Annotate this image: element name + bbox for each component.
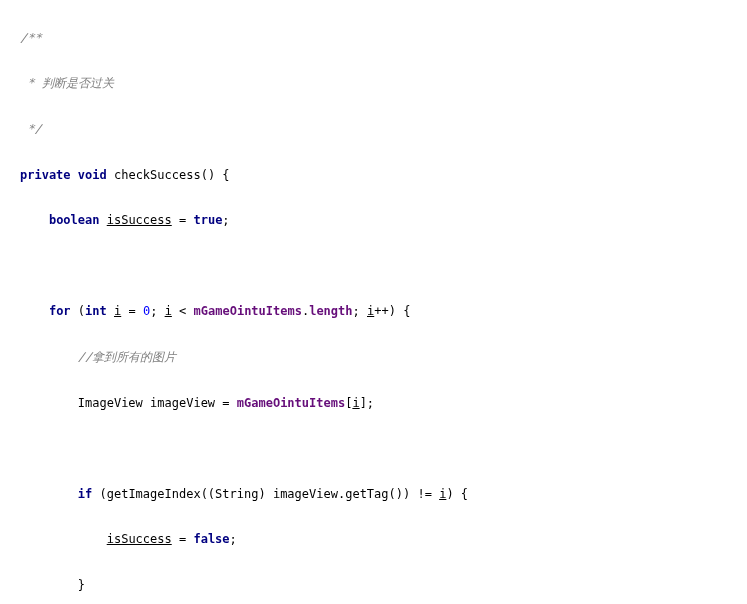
field-items: mGameOintuItems [194, 304, 302, 318]
kw-false: false [193, 532, 229, 546]
kw-true: true [193, 213, 222, 227]
code-line [20, 437, 747, 460]
javadoc-body: * 判断是否过关 [20, 76, 114, 90]
var-imageView: imageView [150, 396, 215, 410]
method-getTag: getTag [345, 487, 388, 501]
code-line: boolean isSuccess = true; [20, 209, 747, 232]
code-line: * 判断是否过关 [20, 72, 747, 95]
code-line: private void checkSuccess() { [20, 164, 747, 187]
kw-void: void [78, 168, 107, 182]
kw-if: if [78, 487, 92, 501]
type-String: String [215, 487, 258, 501]
code-line: ImageView imageView = mGameOintuItems[i]… [20, 392, 747, 415]
var-imageView: imageView [273, 487, 338, 501]
code-line: isSuccess = false; [20, 528, 747, 551]
kw-for: for [49, 304, 71, 318]
comment-inner: //拿到所有的图片 [78, 350, 176, 364]
var-i: i [165, 304, 172, 318]
kw-boolean: boolean [49, 213, 100, 227]
javadoc-close: */ [20, 122, 42, 136]
prop-length: length [309, 304, 352, 318]
code-line: //拿到所有的图片 [20, 346, 747, 369]
kw-int: int [85, 304, 107, 318]
var-isSuccess: isSuccess [107, 532, 172, 546]
type-ImageView: ImageView [78, 396, 143, 410]
field-items: mGameOintuItems [237, 396, 345, 410]
code-line [20, 255, 747, 278]
code-line: */ [20, 118, 747, 141]
kw-private: private [20, 168, 71, 182]
code-line: if (getImageIndex((String) imageView.get… [20, 483, 747, 506]
code-line: /** [20, 27, 747, 50]
method-name: checkSuccess [114, 168, 201, 182]
var-i: i [352, 396, 359, 410]
javadoc-open: /** [20, 31, 42, 45]
code-line: for (int i = 0; i < mGameOintuItems.leng… [20, 300, 747, 323]
var-isSuccess: isSuccess [107, 213, 172, 227]
code-editor[interactable]: /** * 判断是否过关 */ private void checkSucces… [0, 0, 747, 604]
code-line: } [20, 574, 747, 597]
method-getImageIndex: getImageIndex [107, 487, 201, 501]
var-i: i [114, 304, 121, 318]
